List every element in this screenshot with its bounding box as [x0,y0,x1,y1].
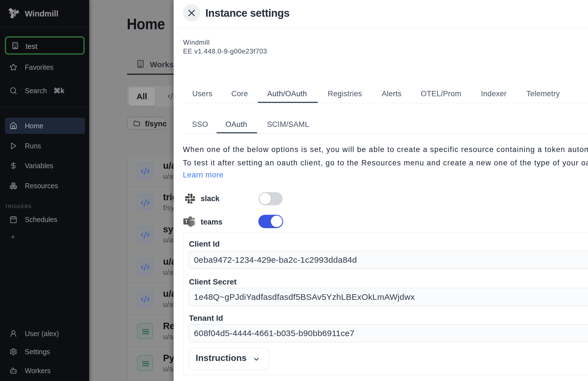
svg-text:T: T [185,219,188,224]
